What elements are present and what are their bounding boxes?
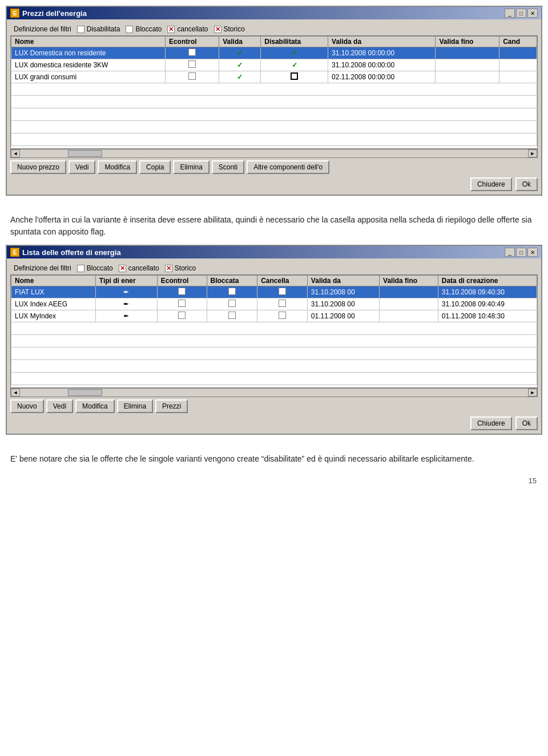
table-row[interactable]: LUX grandi consumi 02.11.2008 00:00:00 [11, 71, 537, 83]
titlebar-controls: _ □ ✕ [505, 9, 538, 18]
nuovo-button[interactable]: Nuovo [10, 399, 44, 413]
table-row[interactable]: LUX MyIndex ✒ 01.11.2008 00 01.11.2008 1… [11, 310, 537, 322]
vedi-button-2[interactable]: Vedi [46, 399, 73, 413]
cell2-cancella [257, 310, 308, 322]
chk-valida-2 [237, 61, 243, 69]
cell-disabilitata [261, 71, 328, 83]
bottom-bar-2: Chiudere Ok [10, 417, 538, 430]
filter-cancellato-label-2: cancellato [128, 264, 159, 272]
chk2-econtrol-2 [178, 300, 186, 307]
checkbox-cancellato[interactable]: ✕ [167, 26, 175, 33]
checkbox-storico-2[interactable]: ✕ [165, 265, 172, 272]
chk-valida-1 [237, 49, 243, 57]
scrollbar-h-2[interactable]: ◄ ► [10, 388, 538, 397]
scroll-thumb-2[interactable] [68, 389, 102, 396]
table-row[interactable]: LUX domestica residente 3KW 31.10.2008 0… [11, 59, 537, 71]
ok-button-2[interactable]: Ok [515, 417, 538, 430]
table-row-empty [11, 96, 537, 108]
filter-disabilitata: Disabilitata [77, 25, 120, 33]
cell-econtrol [165, 59, 219, 71]
chk-valida-3 [237, 73, 243, 81]
table-row-empty [11, 347, 537, 360]
filter-definition-label: Definizione dei filtri [14, 25, 71, 33]
chk-disab-3 [291, 72, 298, 80]
table-row[interactable]: FIAT LUX ✒ 31.10.2008 00 31.10.2008 09:4… [11, 286, 537, 298]
filter-cancellato-2: ✕ cancellato [119, 264, 159, 272]
cell2-cancella [257, 298, 308, 310]
scroll-left-2[interactable]: ◄ [11, 389, 20, 397]
cell2-valida-da: 01.11.2008 00 [307, 310, 379, 322]
cell-valida-fino [436, 59, 499, 71]
chk-econtrol-2 [188, 60, 196, 68]
checkbox-bloccato-2[interactable] [77, 265, 84, 272]
scroll-right-1[interactable]: ► [528, 149, 537, 157]
scroll-left-1[interactable]: ◄ [11, 149, 20, 157]
elimina-button-1[interactable]: Elimina [173, 160, 209, 174]
nuovo-prezzo-button[interactable]: Nuovo prezzo [10, 160, 66, 174]
table-row[interactable]: LUX Index AEEG ✒ 31.10.2008 00 31.10.200… [11, 298, 537, 310]
filter-bloccato-label-2: Bloccato [87, 264, 113, 272]
table-row-empty [11, 134, 537, 146]
maximize-button-2[interactable]: □ [516, 248, 526, 257]
cell2-nome: LUX Index AEEG [11, 298, 96, 310]
titlebar-lista: E Lista delle offerte di energia _ □ ✕ [7, 246, 541, 258]
cell-disabilitata [261, 47, 328, 59]
close-button-2[interactable]: ✕ [527, 248, 538, 257]
close-button[interactable]: ✕ [527, 9, 538, 18]
scroll-thumb-1[interactable] [68, 150, 102, 157]
checkbox-storico[interactable]: ✕ [214, 26, 221, 33]
chk-econtrol-1 [188, 48, 196, 56]
cell-disabilitata [261, 59, 328, 71]
chiudere-button-2[interactable]: Chiudere [470, 417, 512, 430]
window1-body: Definizione dei filtri Disabilitata Bloc… [7, 19, 541, 195]
chiudere-button-1[interactable]: Chiudere [470, 177, 512, 191]
checkbox-bloccato[interactable] [126, 26, 133, 33]
checkbox-cancellato-2[interactable]: ✕ [119, 265, 126, 272]
col-valida-da: Valida da [328, 37, 436, 47]
altre-componenti-button[interactable]: Altre componenti dell'o [247, 160, 329, 174]
cell2-valida-da: 31.10.2008 00 [307, 298, 379, 310]
table-prezzi: Nome Econtrol Valida Disabilitata Valida… [11, 36, 537, 146]
vedi-button-1[interactable]: Vedi [68, 160, 95, 174]
minimize-button[interactable]: _ [505, 9, 515, 18]
copia-button[interactable]: Copia [139, 160, 171, 174]
titlebar-controls-2: _ □ ✕ [505, 248, 538, 257]
modifica-button-2[interactable]: Modifica [75, 399, 115, 413]
table-row[interactable]: LUX Domestica non residente 31.10.2008 0… [11, 47, 537, 59]
cell-cand [499, 71, 537, 83]
sconti-button[interactable]: Sconti [212, 160, 244, 174]
cell2-econtrol [157, 298, 207, 310]
pen-icon-1: ✒ [123, 288, 129, 296]
scroll-right-2[interactable]: ► [528, 389, 537, 397]
filter-definition-label-2: Definizione dei filtri [14, 264, 71, 272]
prezzi-button[interactable]: Prezzi [155, 399, 188, 413]
col2-valida-da: Valida da [307, 276, 379, 286]
titlebar-title: Prezzi dell'energia [22, 9, 87, 18]
col2-cancella: Cancella [257, 276, 308, 286]
maximize-button[interactable]: □ [516, 9, 526, 18]
table-row-empty [11, 322, 537, 335]
titlebar-app-icon: E [10, 9, 19, 18]
titlebar-app-icon-2: E [10, 248, 19, 257]
minimize-button-2[interactable]: _ [505, 248, 515, 257]
text-paragraph-1: Anche l'offerta in cui la variante è ins… [6, 205, 542, 245]
cell2-bloccata [207, 298, 257, 310]
checkbox-disabilitata[interactable] [77, 26, 84, 33]
table-container-2: Nome Tipi di ener Econtrol Bloccata Canc… [10, 274, 538, 388]
elimina-button-2[interactable]: Elimina [117, 399, 153, 413]
chk-disab-2 [292, 61, 297, 69]
ok-button-1[interactable]: Ok [515, 177, 538, 191]
cell-nome: LUX grandi consumi [11, 71, 166, 83]
cell2-valida-da: 31.10.2008 00 [307, 286, 379, 298]
filter-bar-1: Definizione dei filtri Disabilitata Bloc… [10, 23, 538, 35]
col2-bloccata: Bloccata [207, 276, 257, 286]
cell2-tipi: ✒ [95, 310, 157, 322]
titlebar-title-2: Lista delle offerte di energia [22, 248, 121, 257]
pen-icon-3: ✒ [123, 312, 129, 320]
filter-storico: ✕ Storico [214, 25, 245, 33]
chk2-bloccata-1 [228, 288, 236, 295]
col-valida: Valida [219, 37, 261, 47]
scrollbar-h-1[interactable]: ◄ ► [10, 149, 538, 158]
modifica-button-1[interactable]: Modifica [98, 160, 137, 174]
col-valida-fino: Valida fino [436, 37, 499, 47]
